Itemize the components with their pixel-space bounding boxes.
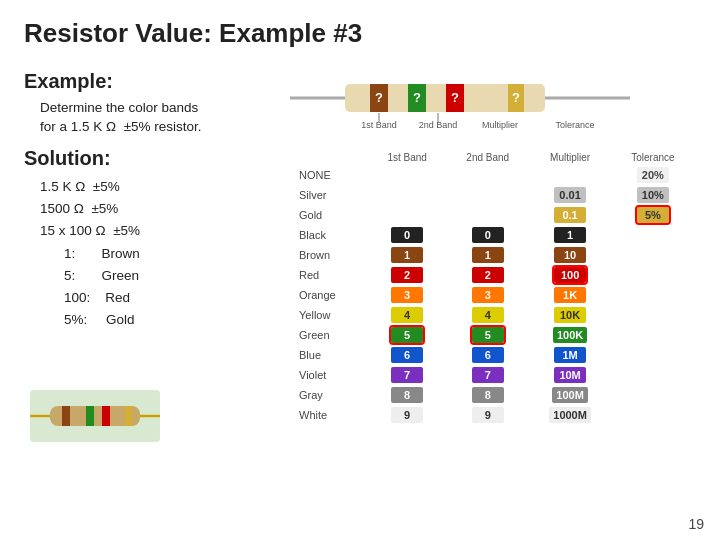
resistor-image [30, 390, 160, 442]
band2-cell: 7 [446, 365, 529, 385]
color-name-cell: Yellow [295, 305, 368, 325]
tolerance-cell [611, 385, 695, 405]
table-row: Violet7710M [295, 365, 695, 385]
svg-text:?: ? [451, 90, 459, 105]
color-name-cell: White [295, 405, 368, 425]
band2-cell: 0 [446, 225, 529, 245]
color-name-cell: Green [295, 325, 368, 345]
col-header-b1: 1st Band [368, 150, 446, 165]
table-row: Brown1110 [295, 245, 695, 265]
tolerance-cell: 10% [611, 185, 695, 205]
multiplier-cell: 1 [529, 225, 610, 245]
example-desc: Determine the color bandsfor a 1.5 K Ω ±… [40, 99, 304, 137]
tolerance-cell [611, 405, 695, 425]
tolerance-cell [611, 285, 695, 305]
color-name-cell: Black [295, 225, 368, 245]
table-row: Gold0.15% [295, 205, 695, 225]
band1-cell [368, 205, 446, 225]
table-row: Blue661M [295, 345, 695, 365]
band1-cell: 9 [368, 405, 446, 425]
band2-cell [446, 165, 529, 185]
color-name-cell: NONE [295, 165, 368, 185]
color-name-cell: Silver [295, 185, 368, 205]
table-row: Yellow4410K [295, 305, 695, 325]
band2-cell: 6 [446, 345, 529, 365]
resistor-diagram: ? ? ? ? 1st Band 2nd Band Multiplier Tol… [290, 70, 630, 140]
page: Resistor Value: Example #3 Example: Dete… [0, 0, 720, 540]
page-number: 19 [688, 516, 704, 532]
tolerance-cell: 20% [611, 165, 695, 185]
color-name-cell: Gray [295, 385, 368, 405]
svg-text:?: ? [413, 90, 421, 105]
example-label: Example: [24, 70, 304, 93]
color-name-cell: Violet [295, 365, 368, 385]
multiplier-cell: 1M [529, 345, 610, 365]
table-row: Black001 [295, 225, 695, 245]
svg-text:?: ? [512, 90, 520, 105]
table-row: Orange331K [295, 285, 695, 305]
band2-cell: 3 [446, 285, 529, 305]
page-title: Resistor Value: Example #3 [24, 18, 696, 49]
band1-cell [368, 165, 446, 185]
band2-cell: 4 [446, 305, 529, 325]
table-row: Red22100 [295, 265, 695, 285]
color-name-cell: Brown [295, 245, 368, 265]
solution-line-3: 15 x 100 Ω ±5% [40, 220, 304, 242]
col-header-tol: Tolerance [611, 150, 695, 165]
band2-cell [446, 205, 529, 225]
color-name-cell: Orange [295, 285, 368, 305]
tolerance-cell [611, 225, 695, 245]
band2-cell: 1 [446, 245, 529, 265]
tolerance-cell [611, 365, 695, 385]
band1-cell: 4 [368, 305, 446, 325]
solution-line-2: 1500 Ω ±5% [40, 198, 304, 220]
multiplier-cell: 1000M [529, 405, 610, 425]
solution-line-4: 1: Brown [64, 243, 304, 265]
color-name-cell: Gold [295, 205, 368, 225]
col-header-mult: Multiplier [529, 150, 610, 165]
multiplier-cell: 10 [529, 245, 610, 265]
band1-cell: 3 [368, 285, 446, 305]
svg-rect-20 [62, 406, 70, 426]
tolerance-cell [611, 245, 695, 265]
multiplier-cell: 100 [529, 265, 610, 285]
multiplier-cell [529, 165, 610, 185]
solution-line-6: 100: Red [64, 287, 304, 309]
col-header-b2: 2nd Band [446, 150, 529, 165]
multiplier-cell: 10M [529, 365, 610, 385]
solution-line-7: 5%: Gold [64, 309, 304, 331]
table-row: Silver0.0110% [295, 185, 695, 205]
tolerance-cell: 5% [611, 205, 695, 225]
band1-cell [368, 185, 446, 205]
multiplier-cell: 0.01 [529, 185, 610, 205]
color-table-wrapper: 1st Band 2nd Band Multiplier Tolerance N… [295, 150, 695, 425]
tolerance-cell [611, 265, 695, 285]
svg-text:Multiplier: Multiplier [482, 120, 518, 130]
table-row: Gray88100M [295, 385, 695, 405]
svg-rect-23 [125, 406, 132, 426]
solution-line-1: 1.5 K Ω ±5% [40, 176, 304, 198]
svg-text:?: ? [375, 90, 383, 105]
solution-lines: 1.5 K Ω ±5% 1500 Ω ±5% 15 x 100 Ω ±5% 1:… [40, 176, 304, 332]
multiplier-cell: 100M [529, 385, 610, 405]
table-row: White991000M [295, 405, 695, 425]
band1-cell: 1 [368, 245, 446, 265]
multiplier-cell: 100K [529, 325, 610, 345]
col-header-name [295, 150, 368, 165]
band1-cell: 6 [368, 345, 446, 365]
band1-cell: 7 [368, 365, 446, 385]
color-table: 1st Band 2nd Band Multiplier Tolerance N… [295, 150, 695, 425]
band2-cell: 5 [446, 325, 529, 345]
multiplier-cell: 1K [529, 285, 610, 305]
multiplier-cell: 10K [529, 305, 610, 325]
svg-rect-22 [102, 406, 110, 426]
solution-line-5: 5: Green [64, 265, 304, 287]
tolerance-cell [611, 345, 695, 365]
table-row: NONE20% [295, 165, 695, 185]
band1-cell: 5 [368, 325, 446, 345]
band1-cell: 0 [368, 225, 446, 245]
tolerance-cell [611, 305, 695, 325]
band1-cell: 8 [368, 385, 446, 405]
band2-cell: 2 [446, 265, 529, 285]
solution-label: Solution: [24, 147, 304, 170]
